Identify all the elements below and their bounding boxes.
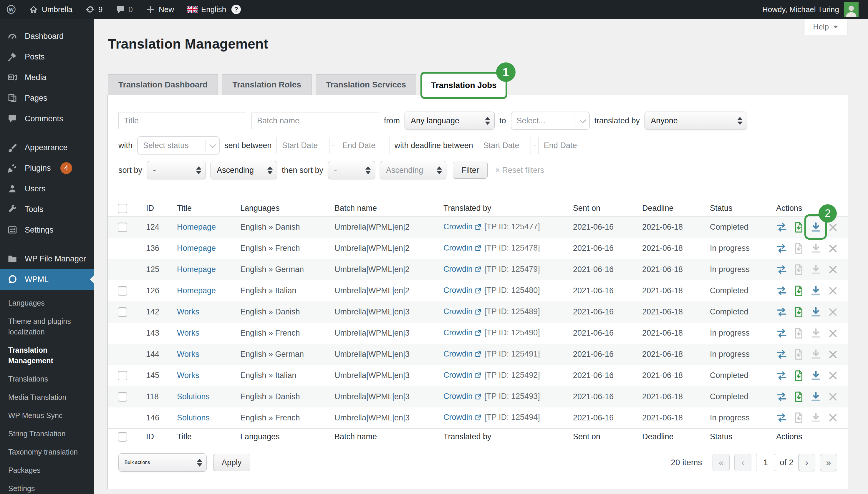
sidebar-subitem-translations[interactable]: Translations [0, 370, 94, 388]
document-download-icon[interactable] [793, 263, 805, 276]
help-button[interactable]: Help [804, 19, 847, 35]
translator-link[interactable]: Crowdin [444, 222, 473, 231]
translator-link[interactable]: Crowdin [444, 413, 473, 422]
translator-link[interactable]: Crowdin [444, 370, 473, 379]
job-title-link[interactable]: Works [177, 350, 199, 359]
translator-link[interactable]: Crowdin [444, 244, 473, 252]
swap-icon[interactable] [776, 369, 787, 382]
cancel-icon[interactable] [827, 263, 838, 276]
sidebar-item-pages[interactable]: Pages [0, 88, 94, 108]
howdy-text[interactable]: Howdy, Michael Turing [762, 5, 839, 14]
to-language-multiselect[interactable]: Select... [511, 112, 590, 130]
tab-translation-jobs[interactable]: Translation Jobs1 [420, 72, 507, 99]
sort-by-select[interactable]: - [147, 161, 206, 179]
download-icon[interactable] [810, 306, 822, 319]
then-sort-order-select[interactable]: Ascending [380, 161, 446, 179]
download-icon[interactable]: 2 [810, 221, 822, 234]
swap-icon[interactable] [776, 327, 787, 340]
translator-link[interactable]: Crowdin [444, 392, 473, 401]
cancel-icon[interactable] [827, 284, 838, 297]
row-checkbox[interactable] [118, 223, 127, 232]
language-switcher[interactable]: English ? [187, 5, 241, 14]
cancel-icon[interactable] [827, 411, 838, 424]
document-download-icon[interactable] [793, 306, 805, 319]
swap-icon[interactable] [776, 348, 787, 361]
new-content-menu[interactable]: New [146, 5, 174, 14]
cancel-icon[interactable] [827, 221, 838, 234]
job-title-link[interactable]: Solutions [177, 413, 210, 422]
translated-by-select[interactable]: Anyone [644, 112, 747, 130]
sidebar-subitem-media-translation[interactable]: Media Translation [0, 388, 94, 406]
swap-icon[interactable] [776, 242, 787, 255]
job-title-link[interactable]: Works [177, 371, 199, 380]
sidebar-subitem-languages[interactable]: Languages [0, 294, 94, 312]
apply-button[interactable]: Apply [213, 454, 250, 471]
prev-page-button[interactable]: ‹ [734, 454, 751, 471]
sidebar-item-wp-file-manager[interactable]: WP File Manager [0, 248, 94, 269]
site-name-link[interactable]: Umbrella [29, 5, 72, 14]
current-page-input[interactable] [756, 454, 775, 471]
job-title-link[interactable]: Homepage [177, 223, 216, 231]
sidebar-subitem-settings[interactable]: Settings [0, 479, 94, 494]
sidebar-subitem-string-translation[interactable]: String Translation [0, 424, 94, 443]
job-title-link[interactable]: Homepage [177, 265, 216, 274]
from-language-select[interactable]: Any language [404, 112, 495, 130]
cancel-icon[interactable] [827, 391, 838, 403]
job-title-link[interactable]: Solutions [177, 392, 210, 401]
sidebar-subitem-packages[interactable]: Packages [0, 461, 94, 479]
job-title-link[interactable]: Homepage [177, 244, 216, 252]
sidebar-subitem-wp-menus-sync[interactable]: WP Menus Sync [0, 406, 94, 424]
cancel-icon[interactable] [827, 306, 838, 319]
sidebar-item-settings[interactable]: Settings [0, 220, 94, 240]
sidebar-item-plugins[interactable]: Plugins4 [0, 158, 94, 178]
row-checkbox[interactable] [118, 286, 127, 296]
sidebar-subitem-theme-and-plugins-localization[interactable]: Theme and plugins localization [0, 312, 94, 341]
cancel-icon[interactable] [827, 242, 838, 255]
swap-icon[interactable] [776, 263, 787, 276]
cancel-icon[interactable] [827, 369, 838, 382]
translator-link[interactable]: Crowdin [444, 349, 473, 358]
batch-name-filter-input[interactable] [251, 112, 379, 129]
document-download-icon[interactable] [793, 242, 805, 255]
sidebar-item-media[interactable]: Media [0, 67, 94, 88]
sent-end-date-input[interactable] [337, 137, 390, 154]
deadline-start-date-input[interactable] [478, 137, 531, 154]
swap-icon[interactable] [776, 221, 787, 234]
download-icon[interactable] [810, 242, 822, 255]
download-icon[interactable] [810, 284, 822, 297]
sidebar-item-appearance[interactable]: Appearance [0, 137, 94, 158]
job-title-link[interactable]: Homepage [177, 286, 216, 295]
sent-start-date-input[interactable] [277, 137, 329, 154]
then-sort-by-select[interactable]: - [328, 161, 375, 179]
sidebar-item-dashboard[interactable]: Dashboard [0, 26, 94, 46]
download-icon[interactable] [810, 411, 822, 424]
job-title-link[interactable]: Works [177, 307, 199, 316]
sort-order-select[interactable]: Ascending [210, 161, 277, 179]
translator-link[interactable]: Crowdin [444, 286, 473, 295]
job-title-link[interactable]: Works [177, 328, 199, 337]
first-page-button[interactable]: « [713, 454, 730, 471]
next-page-button[interactable]: › [798, 454, 815, 471]
wordpress-menu[interactable]: W [6, 5, 16, 14]
tab-translation-services[interactable]: Translation Services [316, 74, 416, 95]
sidebar-subitem-translation-management[interactable]: Translation Management [0, 341, 94, 370]
row-checkbox[interactable] [118, 392, 127, 402]
sidebar-item-tools[interactable]: Tools [0, 199, 94, 220]
last-page-button[interactable]: » [820, 454, 837, 471]
reset-filters-link[interactable]: × Reset filters [495, 166, 544, 175]
swap-icon[interactable] [776, 391, 787, 403]
document-download-icon[interactable] [793, 284, 805, 297]
help-circle-icon[interactable]: ? [231, 5, 241, 14]
document-download-icon[interactable] [793, 411, 805, 424]
bulk-actions-select[interactable]: Bulk actions [118, 453, 207, 472]
avatar[interactable] [844, 2, 858, 17]
download-icon[interactable] [810, 348, 822, 361]
filter-button[interactable]: Filter [453, 162, 488, 179]
cancel-icon[interactable] [827, 327, 838, 340]
select-all-checkbox[interactable] [118, 432, 127, 442]
swap-icon[interactable] [776, 306, 787, 319]
deadline-end-date-input[interactable] [538, 137, 591, 154]
translator-link[interactable]: Crowdin [444, 328, 473, 337]
updates-link[interactable]: 9 [86, 5, 102, 14]
row-checkbox[interactable] [118, 371, 127, 380]
